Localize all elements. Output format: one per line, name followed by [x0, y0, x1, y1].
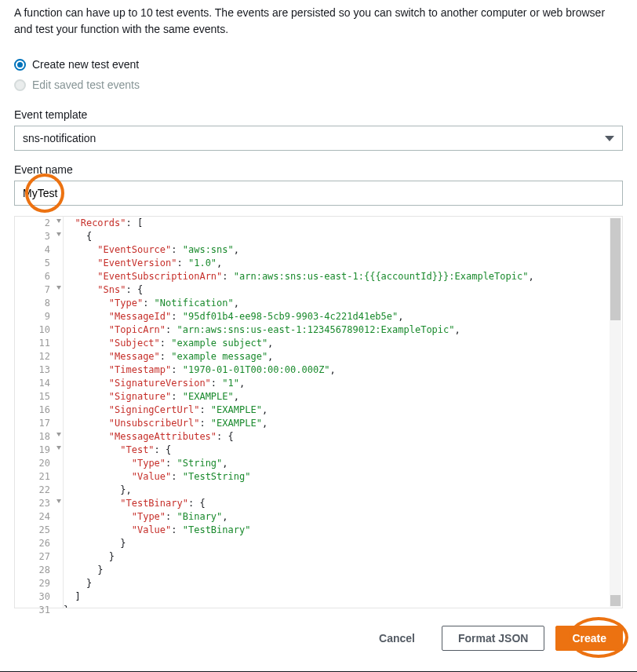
gutter-line: 12	[15, 350, 63, 363]
code-line[interactable]: "Value": "TestString"	[64, 470, 622, 484]
create-button[interactable]: Create	[555, 626, 623, 651]
gutter-line: 11	[15, 337, 63, 350]
fold-icon[interactable]	[56, 446, 61, 450]
code-line[interactable]: "Signature": "EXAMPLE",	[64, 390, 622, 404]
gutter-line: 7	[15, 283, 63, 297]
radio-group: Create new test event Edit saved test ev…	[14, 58, 623, 91]
fold-icon[interactable]	[56, 219, 61, 223]
event-name-label: Event name	[14, 163, 623, 176]
code-line[interactable]: "Sns": {	[64, 283, 622, 297]
radio-edit-label: Edit saved test events	[32, 79, 140, 91]
cancel-button[interactable]: Cancel	[363, 626, 431, 651]
code-line[interactable]: "EventSource": "aws:sns",	[64, 243, 622, 257]
code-line[interactable]: }	[64, 577, 622, 590]
code-line[interactable]: "TopicArn": "arn:aws:sns:us-east-1:12345…	[64, 323, 622, 337]
code-line[interactable]: },	[64, 484, 622, 497]
gutter-line: 21	[15, 470, 63, 484]
gutter-line: 15	[15, 390, 63, 404]
gutter-line: 4	[15, 243, 63, 257]
gutter-line: 26	[15, 537, 63, 550]
code-editor[interactable]: 2345678910111213141516171819202122232425…	[14, 216, 623, 608]
gutter-line: 19	[15, 444, 63, 457]
fold-icon[interactable]	[56, 286, 61, 290]
gutter-line: 29	[15, 577, 63, 590]
gutter-line: 16	[15, 404, 63, 417]
gutter-line: 22	[15, 484, 63, 497]
code-line[interactable]: "UnsubscribeUrl": "EXAMPLE",	[64, 417, 622, 430]
description-text: A function can have up to 10 test events…	[14, 5, 623, 38]
editor-gutter: 2345678910111213141516171819202122232425…	[15, 217, 64, 608]
code-line[interactable]: }	[64, 537, 622, 550]
code-line[interactable]: "Type": "String",	[64, 457, 622, 470]
code-line[interactable]: "EventSubscriptionArn": "arn:aws:sns:us-…	[64, 270, 622, 283]
radio-selected-icon	[14, 59, 26, 71]
event-template-value: sns-notification	[23, 132, 96, 144]
scrollbar-thumb-bottom[interactable]	[610, 595, 621, 606]
radio-create-label: Create new test event	[32, 58, 139, 71]
code-line[interactable]: ]	[64, 590, 622, 604]
format-json-button[interactable]: Format JSON	[442, 626, 544, 651]
code-line[interactable]: "Test": {	[64, 444, 622, 457]
gutter-line: 17	[15, 417, 63, 430]
gutter-line: 14	[15, 377, 63, 390]
scrollbar-thumb[interactable]	[610, 218, 621, 320]
code-line[interactable]: "Type": "Binary",	[64, 510, 622, 524]
gutter-line: 3	[15, 230, 63, 243]
code-line[interactable]: }	[64, 564, 622, 577]
code-line[interactable]: "SignatureVersion": "1",	[64, 377, 622, 390]
event-name-input[interactable]	[14, 181, 623, 206]
gutter-line: 9	[15, 310, 63, 323]
editor-code[interactable]: "Records": [ { "EventSource": "aws:sns",…	[64, 217, 622, 608]
fold-icon[interactable]	[56, 232, 61, 236]
event-template-select[interactable]: sns-notification	[14, 126, 623, 151]
code-line[interactable]: "MessageAttributes": {	[64, 430, 622, 444]
gutter-line: 28	[15, 564, 63, 577]
code-line[interactable]: "Type": "Notification",	[64, 297, 622, 310]
radio-create-new[interactable]: Create new test event	[14, 58, 623, 71]
gutter-line: 24	[15, 510, 63, 524]
footer: Cancel Format JSON Create	[0, 608, 637, 671]
gutter-line: 30	[15, 590, 63, 604]
code-line[interactable]: "Message": "example message",	[64, 350, 622, 363]
code-line[interactable]: }	[64, 550, 622, 564]
code-line[interactable]: "MessageId": "95df01b4-ee98-5cb9-9903-4c…	[64, 310, 622, 323]
gutter-line: 8	[15, 297, 63, 310]
event-template-label: Event template	[14, 108, 623, 121]
gutter-line: 25	[15, 524, 63, 537]
gutter-line: 20	[15, 457, 63, 470]
code-line[interactable]: "Value": "TestBinary"	[64, 524, 622, 537]
gutter-line: 10	[15, 323, 63, 337]
code-line[interactable]: "Subject": "example subject",	[64, 337, 622, 350]
gutter-line: 13	[15, 363, 63, 377]
gutter-line: 18	[15, 430, 63, 444]
code-line[interactable]: "Records": [	[64, 217, 622, 230]
gutter-line: 2	[15, 217, 63, 230]
radio-disabled-icon	[14, 79, 26, 91]
code-line[interactable]: "TestBinary": {	[64, 497, 622, 510]
gutter-line: 27	[15, 550, 63, 564]
fold-icon[interactable]	[56, 499, 61, 503]
code-line[interactable]: }	[64, 604, 622, 608]
code-line[interactable]: "EventVersion": "1.0",	[64, 257, 622, 270]
code-line[interactable]: "SigningCertUrl": "EXAMPLE",	[64, 404, 622, 417]
code-line[interactable]: "Timestamp": "1970-01-01T00:00:00.000Z",	[64, 363, 622, 377]
gutter-line: 6	[15, 270, 63, 283]
radio-edit-saved: Edit saved test events	[14, 79, 623, 91]
gutter-line: 23	[15, 497, 63, 510]
code-line[interactable]: {	[64, 230, 622, 243]
editor-scrollbar[interactable]	[610, 217, 621, 607]
chevron-down-icon	[605, 136, 614, 141]
fold-icon[interactable]	[56, 433, 61, 436]
gutter-line: 5	[15, 257, 63, 270]
